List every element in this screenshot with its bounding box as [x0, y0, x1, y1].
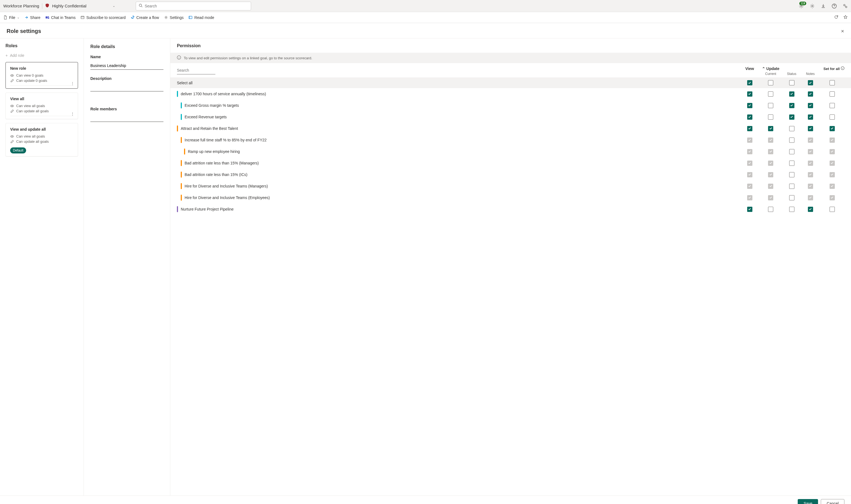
- goal-label: Exceed Revenue targets: [185, 115, 227, 119]
- file-menu[interactable]: File ⌄: [3, 15, 19, 20]
- read-mode-button[interactable]: Read mode: [188, 15, 214, 20]
- checkbox[interactable]: [768, 114, 773, 120]
- notifications-badge: 119: [799, 2, 806, 5]
- role-details-heading: Role details: [90, 44, 163, 49]
- settings-button[interactable]: Settings: [164, 15, 184, 20]
- role-view-line: Can view all goals: [10, 134, 73, 138]
- col-update[interactable]: ⌃Update Current: [759, 67, 782, 76]
- checkbox[interactable]: [830, 207, 835, 212]
- role-card[interactable]: View all Can view all goals Can update a…: [5, 92, 78, 119]
- add-role-button[interactable]: + Add role: [5, 53, 78, 58]
- checkbox[interactable]: [789, 195, 794, 200]
- checkbox[interactable]: [808, 91, 813, 97]
- create-flow-button[interactable]: Create a flow: [131, 15, 159, 20]
- help-icon[interactable]: [832, 4, 837, 8]
- checkbox[interactable]: [747, 91, 752, 97]
- checkbox[interactable]: [789, 184, 794, 189]
- goal-label: Hire for Diverse and Inclusive Teams (Em…: [185, 195, 270, 200]
- checkbox[interactable]: [747, 126, 752, 131]
- info-banner: To view and edit permission settings on …: [170, 53, 851, 63]
- checkbox[interactable]: [768, 126, 773, 131]
- file-icon: [3, 15, 7, 19]
- checkbox[interactable]: [789, 114, 794, 120]
- checkbox: [830, 161, 835, 166]
- goal-label: Bad attrition rate less than 15% (Manage…: [185, 161, 259, 165]
- checkbox[interactable]: [747, 207, 752, 212]
- status-bar: [177, 91, 178, 97]
- app-title: Workforce Planning: [3, 4, 39, 8]
- permission-heading: Permission: [170, 43, 851, 48]
- read-icon: [188, 15, 193, 19]
- checkbox[interactable]: [768, 80, 773, 85]
- role-card[interactable]: New role Can view 0 goals Can update 0 g…: [5, 62, 78, 89]
- col-setforall[interactable]: Set for all: [820, 67, 845, 71]
- checkbox: [808, 184, 813, 189]
- checkbox[interactable]: [747, 114, 752, 120]
- checkbox: [747, 184, 752, 189]
- description-input[interactable]: [90, 84, 163, 91]
- checkbox[interactable]: [830, 80, 835, 85]
- checkbox[interactable]: [830, 103, 835, 108]
- checkbox[interactable]: [789, 126, 794, 131]
- role-view-line: Can view 0 goals: [10, 73, 73, 77]
- chat-teams-button[interactable]: Chat in Teams: [45, 15, 75, 20]
- download-icon[interactable]: [821, 4, 826, 8]
- checkbox[interactable]: [808, 126, 813, 131]
- global-search[interactable]: [136, 2, 251, 11]
- permission-search-input[interactable]: [177, 67, 215, 74]
- checkbox[interactable]: [830, 126, 835, 131]
- checkbox[interactable]: [768, 91, 773, 97]
- checkbox[interactable]: [830, 91, 835, 97]
- checkbox[interactable]: [808, 103, 813, 108]
- name-input[interactable]: [90, 62, 163, 70]
- status-bar: [177, 206, 178, 212]
- checkbox[interactable]: [789, 207, 794, 212]
- refresh-icon[interactable]: [834, 15, 838, 20]
- settings-icon[interactable]: [810, 4, 815, 8]
- subscribe-button[interactable]: Subscribe to scorecard: [81, 15, 125, 20]
- checkbox[interactable]: [789, 91, 794, 97]
- select-all-row: Select all: [170, 77, 851, 88]
- subscribe-icon: [81, 15, 85, 19]
- sensitivity-label[interactable]: Highly Confidential: [52, 4, 87, 8]
- checkbox[interactable]: [789, 149, 794, 154]
- favorite-icon[interactable]: [843, 15, 848, 20]
- checkbox[interactable]: [768, 103, 773, 108]
- chevron-down-icon[interactable]: ⌄: [112, 4, 115, 8]
- share-button[interactable]: Share: [24, 15, 40, 20]
- checkbox: [830, 195, 835, 200]
- checkbox[interactable]: [789, 172, 794, 177]
- members-input[interactable]: [90, 114, 163, 122]
- checkbox[interactable]: [789, 80, 794, 85]
- role-view-line: Can view all goals: [10, 104, 73, 108]
- save-button[interactable]: Save: [798, 499, 818, 504]
- feedback-icon[interactable]: [843, 4, 848, 8]
- checkbox[interactable]: [789, 161, 794, 166]
- checkbox[interactable]: [768, 207, 773, 212]
- checkbox: [747, 195, 752, 200]
- notifications-icon[interactable]: 119: [799, 4, 804, 8]
- checkbox[interactable]: [789, 138, 794, 143]
- more-icon[interactable]: ⋮: [71, 112, 74, 116]
- status-bar: [184, 148, 185, 155]
- svg-point-5: [846, 6, 847, 8]
- global-search-input[interactable]: [145, 4, 248, 8]
- more-icon[interactable]: ⋮: [71, 81, 74, 86]
- checkbox[interactable]: [789, 103, 794, 108]
- checkbox[interactable]: [808, 207, 813, 212]
- role-card[interactable]: View and update all Can view all goals C…: [5, 123, 78, 157]
- panel-header: Role settings ✕: [0, 23, 851, 38]
- checkbox[interactable]: [747, 103, 752, 108]
- svg-point-9: [166, 17, 167, 18]
- checkbox[interactable]: [808, 80, 813, 85]
- col-view[interactable]: View: [740, 67, 759, 71]
- gear-icon: [164, 15, 168, 19]
- checkbox[interactable]: [747, 80, 752, 85]
- search-icon: [139, 4, 142, 8]
- close-icon[interactable]: ✕: [841, 29, 845, 34]
- checkbox: [768, 184, 773, 189]
- checkbox[interactable]: [808, 114, 813, 120]
- command-bar: File ⌄ Share Chat in Teams Subscribe to …: [0, 12, 851, 23]
- checkbox[interactable]: [830, 114, 835, 120]
- cancel-button[interactable]: Cancel: [821, 499, 845, 504]
